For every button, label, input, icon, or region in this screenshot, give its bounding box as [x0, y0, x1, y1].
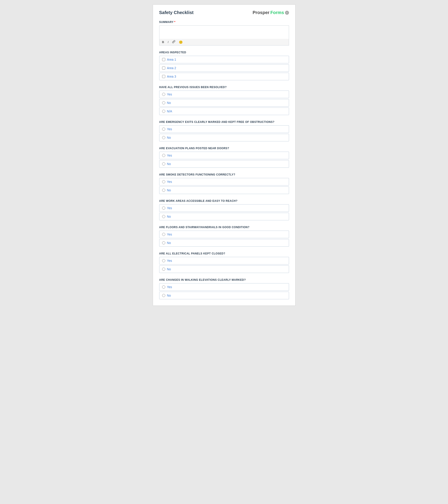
section-label-evacuation_plans: ARE EVACUATION PLANS POSTED NEAR DOORS?	[159, 147, 289, 150]
option-work_areas-0[interactable]: Yes	[159, 204, 289, 212]
sections-container: AREAS INSPECTEDArea 1Area 2Area 3HAVE AL…	[159, 51, 289, 299]
section-previous_issues: HAVE ALL PREVIOUS ISSUES BEEN RESOLVED?Y…	[159, 86, 289, 115]
input-previous_issues-2[interactable]	[162, 110, 165, 113]
italic-button[interactable]: I	[167, 40, 169, 44]
option-label-evacuation_plans-1: No	[167, 162, 171, 166]
option-electrical_panels-1[interactable]: No	[159, 265, 289, 273]
option-floors_stairway-1[interactable]: No	[159, 239, 289, 247]
option-emergency_exits-0[interactable]: Yes	[159, 125, 289, 133]
option-label-smoke_detectors-1: No	[167, 188, 171, 192]
input-electrical_panels-0[interactable]	[162, 259, 165, 262]
editor-toolbar: B I 🙂	[159, 39, 289, 46]
section-work_areas: ARE WORK AREAS ACCESSIBLE AND EASY TO RE…	[159, 199, 289, 220]
section-label-floors_stairway: ARE FLOORS AND STAIRWAY/HANDRAILS IN GOO…	[159, 226, 289, 229]
option-floors_stairway-0[interactable]: Yes	[159, 231, 289, 238]
option-emergency_exits-1[interactable]: No	[159, 134, 289, 141]
option-label-floors_stairway-0: Yes	[167, 233, 172, 236]
option-label-emergency_exits-1: No	[167, 136, 171, 139]
section-evacuation_plans: ARE EVACUATION PLANS POSTED NEAR DOORS?Y…	[159, 147, 289, 168]
option-label-smoke_detectors-0: Yes	[167, 180, 172, 183]
brand-area: ProsperForms ×	[253, 10, 289, 15]
option-label-work_areas-0: Yes	[167, 206, 172, 210]
option-label-work_areas-1: No	[167, 215, 171, 218]
input-work_areas-0[interactable]	[162, 206, 165, 210]
option-areas_inspected-0[interactable]: Area 1	[159, 56, 289, 63]
input-previous_issues-1[interactable]	[162, 101, 165, 104]
option-label-previous_issues-1: No	[167, 101, 171, 105]
required-indicator: *	[174, 20, 176, 24]
section-label-smoke_detectors: ARE SMOKE DETECTORS FUNCTIONING CORRECTL…	[159, 173, 289, 176]
input-areas_inspected-0[interactable]	[162, 58, 165, 61]
option-label-areas_inspected-2: Area 3	[167, 75, 176, 78]
form-title: Safety Checklist	[159, 10, 194, 15]
option-label-electrical_panels-1: No	[167, 267, 171, 271]
form-header: Safety Checklist ProsperForms ×	[159, 10, 289, 15]
option-label-electrical_panels-0: Yes	[167, 259, 172, 263]
option-label-evacuation_plans-0: Yes	[167, 154, 172, 157]
section-label-walking_elevations: ARE CHANGES IN WALKING ELEVATIONS CLEARL…	[159, 278, 289, 281]
option-label-areas_inspected-0: Area 1	[167, 58, 176, 61]
option-label-walking_elevations-0: Yes	[167, 285, 172, 289]
input-emergency_exits-1[interactable]	[162, 136, 165, 139]
input-areas_inspected-2[interactable]	[162, 75, 165, 78]
input-electrical_panels-1[interactable]	[162, 268, 165, 271]
section-electrical_panels: ARE ALL ELECTRICAL PANELS KEPT CLOSED?Ye…	[159, 252, 289, 273]
option-label-emergency_exits-0: Yes	[167, 127, 172, 131]
option-smoke_detectors-1[interactable]: No	[159, 186, 289, 194]
brand-forms: Forms	[270, 10, 284, 15]
bold-button[interactable]: B	[161, 40, 165, 44]
option-previous_issues-0[interactable]: Yes	[159, 90, 289, 98]
option-label-previous_issues-0: Yes	[167, 92, 172, 96]
section-smoke_detectors: ARE SMOKE DETECTORS FUNCTIONING CORRECTL…	[159, 173, 289, 194]
section-areas_inspected: AREAS INSPECTEDArea 1Area 2Area 3	[159, 51, 289, 80]
option-label-floors_stairway-1: No	[167, 241, 171, 245]
link-button[interactable]	[171, 40, 176, 44]
option-previous_issues-1[interactable]: No	[159, 99, 289, 107]
form-container: Safety Checklist ProsperForms × SUMMARY*…	[153, 4, 295, 306]
summary-section: SUMMARY* B I 🙂	[159, 20, 289, 46]
input-floors_stairway-1[interactable]	[162, 241, 165, 244]
input-smoke_detectors-1[interactable]	[162, 189, 165, 192]
option-evacuation_plans-1[interactable]: No	[159, 160, 289, 168]
option-evacuation_plans-0[interactable]: Yes	[159, 152, 289, 159]
option-electrical_panels-0[interactable]: Yes	[159, 257, 289, 265]
section-label-previous_issues: HAVE ALL PREVIOUS ISSUES BEEN RESOLVED?	[159, 86, 289, 89]
option-label-areas_inspected-1: Area 2	[167, 66, 176, 70]
option-previous_issues-2[interactable]: N/A	[159, 108, 289, 115]
summary-wrapper: B I 🙂	[159, 25, 289, 46]
section-floors_stairway: ARE FLOORS AND STAIRWAY/HANDRAILS IN GOO…	[159, 226, 289, 247]
option-walking_elevations-0[interactable]: Yes	[159, 283, 289, 291]
summary-label: SUMMARY*	[159, 20, 289, 24]
input-evacuation_plans-0[interactable]	[162, 154, 165, 157]
section-label-work_areas: ARE WORK AREAS ACCESSIBLE AND EASY TO RE…	[159, 199, 289, 202]
input-smoke_detectors-0[interactable]	[162, 180, 165, 183]
section-label-electrical_panels: ARE ALL ELECTRICAL PANELS KEPT CLOSED?	[159, 252, 289, 255]
input-areas_inspected-1[interactable]	[162, 67, 165, 70]
section-emergency_exits: ARE EMERGENCY EXITS CLEARLY MARKED AND K…	[159, 120, 289, 141]
option-areas_inspected-2[interactable]: Area 3	[159, 73, 289, 80]
input-floors_stairway-0[interactable]	[162, 233, 165, 236]
input-walking_elevations-1[interactable]	[162, 294, 165, 297]
brand-logo: ProsperForms	[253, 10, 284, 15]
option-work_areas-1[interactable]: No	[159, 213, 289, 220]
input-work_areas-1[interactable]	[162, 215, 165, 218]
section-label-areas_inspected: AREAS INSPECTED	[159, 51, 289, 54]
brand-prosper: Prosper	[253, 10, 269, 15]
input-emergency_exits-0[interactable]	[162, 127, 165, 131]
input-previous_issues-0[interactable]	[162, 93, 165, 96]
summary-textarea[interactable]	[159, 25, 289, 39]
input-evacuation_plans-1[interactable]	[162, 162, 165, 165]
option-smoke_detectors-0[interactable]: Yes	[159, 178, 289, 185]
emoji-button[interactable]: 🙂	[178, 40, 183, 44]
option-areas_inspected-1[interactable]: Area 2	[159, 64, 289, 72]
section-label-emergency_exits: ARE EMERGENCY EXITS CLEARLY MARKED AND K…	[159, 120, 289, 124]
option-walking_elevations-1[interactable]: No	[159, 292, 289, 299]
option-label-previous_issues-2: N/A	[167, 109, 172, 113]
input-walking_elevations-0[interactable]	[162, 286, 165, 288]
section-walking_elevations: ARE CHANGES IN WALKING ELEVATIONS CLEARL…	[159, 278, 289, 299]
option-label-walking_elevations-1: No	[167, 294, 171, 297]
close-button[interactable]: ×	[285, 11, 289, 15]
